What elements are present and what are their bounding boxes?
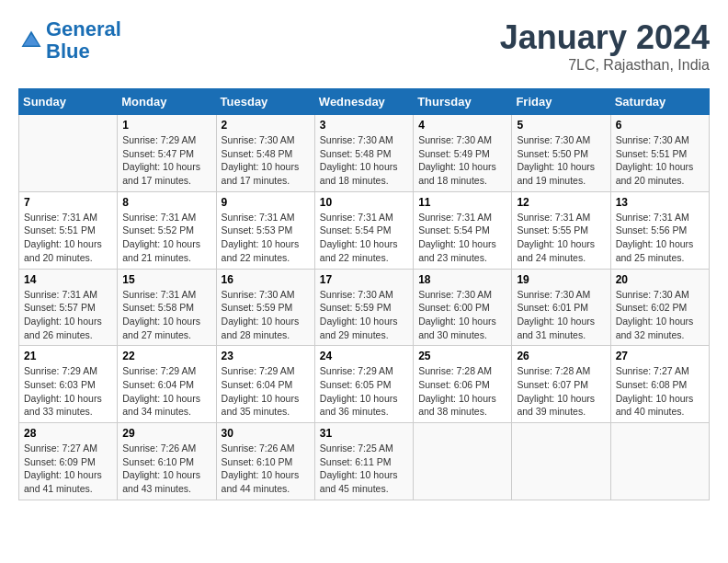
calendar-cell: 16Sunrise: 7:30 AMSunset: 5:59 PMDayligh… bbox=[216, 269, 314, 346]
calendar-cell: 13Sunrise: 7:31 AMSunset: 5:56 PMDayligh… bbox=[610, 191, 709, 269]
calendar-table: SundayMondayTuesdayWednesdayThursdayFrid… bbox=[18, 88, 710, 500]
day-info: Sunrise: 7:29 AMSunset: 6:04 PMDaylight:… bbox=[222, 364, 310, 419]
day-number: 1 bbox=[122, 119, 210, 132]
day-number: 3 bbox=[320, 119, 408, 132]
calendar-cell: 31Sunrise: 7:25 AMSunset: 6:11 PMDayligh… bbox=[314, 423, 413, 500]
calendar-cell: 11Sunrise: 7:31 AMSunset: 5:54 PMDayligh… bbox=[414, 191, 512, 269]
main-title: January 2024 bbox=[500, 18, 710, 57]
subtitle: 7LC, Rajasthan, India bbox=[500, 57, 710, 74]
day-number: 8 bbox=[122, 196, 210, 209]
calendar-cell: 19Sunrise: 7:30 AMSunset: 6:01 PMDayligh… bbox=[512, 269, 610, 346]
calendar-cell: 25Sunrise: 7:28 AMSunset: 6:06 PMDayligh… bbox=[414, 346, 512, 423]
day-number: 11 bbox=[418, 196, 506, 209]
day-number: 21 bbox=[24, 350, 112, 362]
calendar-cell: 29Sunrise: 7:26 AMSunset: 6:10 PMDayligh… bbox=[118, 423, 216, 500]
day-info: Sunrise: 7:27 AMSunset: 6:08 PMDaylight:… bbox=[616, 364, 704, 419]
day-number: 6 bbox=[616, 119, 704, 132]
calendar-week-row: 21Sunrise: 7:29 AMSunset: 6:03 PMDayligh… bbox=[19, 346, 710, 423]
calendar-cell: 21Sunrise: 7:29 AMSunset: 6:03 PMDayligh… bbox=[19, 346, 118, 423]
calendar-cell bbox=[610, 423, 709, 500]
calendar-cell bbox=[512, 423, 610, 500]
day-info: Sunrise: 7:26 AMSunset: 6:10 PMDaylight:… bbox=[122, 442, 210, 496]
day-info: Sunrise: 7:30 AMSunset: 6:01 PMDaylight:… bbox=[517, 288, 605, 342]
day-number: 23 bbox=[222, 350, 310, 362]
calendar-cell: 17Sunrise: 7:30 AMSunset: 5:59 PMDayligh… bbox=[314, 269, 413, 346]
calendar-cell: 12Sunrise: 7:31 AMSunset: 5:55 PMDayligh… bbox=[512, 191, 610, 269]
calendar-week-row: 1Sunrise: 7:29 AMSunset: 5:47 PMDaylight… bbox=[19, 115, 710, 192]
day-info: Sunrise: 7:28 AMSunset: 6:07 PMDaylight:… bbox=[517, 364, 605, 419]
day-number: 30 bbox=[222, 427, 310, 440]
calendar-cell bbox=[19, 115, 118, 192]
logo-line1: General bbox=[46, 17, 121, 40]
day-info: Sunrise: 7:29 AMSunset: 6:05 PMDaylight:… bbox=[320, 364, 408, 419]
calendar-cell: 14Sunrise: 7:31 AMSunset: 5:57 PMDayligh… bbox=[19, 269, 118, 346]
day-number: 24 bbox=[320, 350, 408, 362]
calendar-cell: 22Sunrise: 7:29 AMSunset: 6:04 PMDayligh… bbox=[118, 346, 216, 423]
calendar-cell: 5Sunrise: 7:30 AMSunset: 5:50 PMDaylight… bbox=[512, 115, 610, 192]
day-number: 17 bbox=[320, 273, 408, 286]
calendar-cell: 15Sunrise: 7:31 AMSunset: 5:58 PMDayligh… bbox=[118, 269, 216, 346]
day-info: Sunrise: 7:30 AMSunset: 5:48 PMDaylight:… bbox=[320, 133, 408, 188]
calendar-week-row: 28Sunrise: 7:27 AMSunset: 6:09 PMDayligh… bbox=[19, 423, 710, 500]
header-monday: Monday bbox=[118, 89, 216, 115]
day-info: Sunrise: 7:27 AMSunset: 6:09 PMDaylight:… bbox=[24, 442, 112, 496]
day-info: Sunrise: 7:31 AMSunset: 5:58 PMDaylight:… bbox=[122, 288, 210, 342]
day-info: Sunrise: 7:31 AMSunset: 5:57 PMDaylight:… bbox=[24, 288, 112, 342]
calendar-cell: 6Sunrise: 7:30 AMSunset: 5:51 PMDaylight… bbox=[610, 115, 709, 192]
day-number: 4 bbox=[418, 119, 506, 132]
day-info: Sunrise: 7:31 AMSunset: 5:55 PMDaylight:… bbox=[517, 211, 605, 265]
header-tuesday: Tuesday bbox=[216, 89, 314, 115]
day-number: 26 bbox=[517, 350, 605, 362]
logo-icon bbox=[18, 28, 44, 53]
day-number: 19 bbox=[517, 273, 605, 286]
day-info: Sunrise: 7:31 AMSunset: 5:54 PMDaylight:… bbox=[418, 211, 506, 265]
day-info: Sunrise: 7:30 AMSunset: 5:51 PMDaylight:… bbox=[616, 133, 704, 188]
header-friday: Friday bbox=[512, 89, 610, 115]
calendar-cell: 24Sunrise: 7:29 AMSunset: 6:05 PMDayligh… bbox=[314, 346, 413, 423]
day-info: Sunrise: 7:30 AMSunset: 5:59 PMDaylight:… bbox=[320, 288, 408, 342]
header-saturday: Saturday bbox=[610, 89, 709, 115]
day-number: 16 bbox=[222, 273, 310, 286]
calendar-cell: 10Sunrise: 7:31 AMSunset: 5:54 PMDayligh… bbox=[314, 191, 413, 269]
day-info: Sunrise: 7:29 AMSunset: 5:47 PMDaylight:… bbox=[122, 133, 210, 188]
day-info: Sunrise: 7:30 AMSunset: 6:02 PMDaylight:… bbox=[616, 288, 704, 342]
day-info: Sunrise: 7:30 AMSunset: 5:49 PMDaylight:… bbox=[418, 133, 506, 188]
logo-line2: Blue bbox=[46, 40, 90, 63]
day-number: 13 bbox=[616, 196, 704, 209]
day-number: 2 bbox=[222, 119, 310, 132]
calendar-cell: 27Sunrise: 7:27 AMSunset: 6:08 PMDayligh… bbox=[610, 346, 709, 423]
day-info: Sunrise: 7:30 AMSunset: 6:00 PMDaylight:… bbox=[418, 288, 506, 342]
day-number: 25 bbox=[418, 350, 506, 362]
calendar-cell: 28Sunrise: 7:27 AMSunset: 6:09 PMDayligh… bbox=[19, 423, 118, 500]
day-number: 18 bbox=[418, 273, 506, 286]
calendar-cell: 4Sunrise: 7:30 AMSunset: 5:49 PMDaylight… bbox=[414, 115, 512, 192]
day-number: 20 bbox=[616, 273, 704, 286]
calendar-cell: 1Sunrise: 7:29 AMSunset: 5:47 PMDaylight… bbox=[118, 115, 216, 192]
day-info: Sunrise: 7:31 AMSunset: 5:53 PMDaylight:… bbox=[222, 211, 310, 265]
day-number: 22 bbox=[122, 350, 210, 362]
day-info: Sunrise: 7:30 AMSunset: 5:48 PMDaylight:… bbox=[222, 133, 310, 188]
day-info: Sunrise: 7:29 AMSunset: 6:03 PMDaylight:… bbox=[24, 364, 112, 419]
day-info: Sunrise: 7:31 AMSunset: 5:54 PMDaylight:… bbox=[320, 211, 408, 265]
day-info: Sunrise: 7:30 AMSunset: 5:59 PMDaylight:… bbox=[222, 288, 310, 342]
day-info: Sunrise: 7:25 AMSunset: 6:11 PMDaylight:… bbox=[320, 442, 408, 496]
day-number: 28 bbox=[24, 427, 112, 440]
day-info: Sunrise: 7:26 AMSunset: 6:10 PMDaylight:… bbox=[222, 442, 310, 496]
calendar-cell bbox=[414, 423, 512, 500]
calendar-cell: 23Sunrise: 7:29 AMSunset: 6:04 PMDayligh… bbox=[216, 346, 314, 423]
calendar-cell: 20Sunrise: 7:30 AMSunset: 6:02 PMDayligh… bbox=[610, 269, 709, 346]
calendar-cell: 26Sunrise: 7:28 AMSunset: 6:07 PMDayligh… bbox=[512, 346, 610, 423]
day-info: Sunrise: 7:31 AMSunset: 5:51 PMDaylight:… bbox=[24, 211, 112, 265]
page-header: General Blue January 2024 7LC, Rajasthan… bbox=[18, 18, 710, 74]
day-number: 7 bbox=[24, 196, 112, 209]
day-number: 5 bbox=[517, 119, 605, 132]
calendar-week-row: 7Sunrise: 7:31 AMSunset: 5:51 PMDaylight… bbox=[19, 191, 710, 269]
calendar-cell: 30Sunrise: 7:26 AMSunset: 6:10 PMDayligh… bbox=[216, 423, 314, 500]
day-info: Sunrise: 7:28 AMSunset: 6:06 PMDaylight:… bbox=[418, 364, 506, 419]
calendar-cell: 18Sunrise: 7:30 AMSunset: 6:00 PMDayligh… bbox=[414, 269, 512, 346]
day-number: 12 bbox=[517, 196, 605, 209]
title-block: January 2024 7LC, Rajasthan, India bbox=[500, 18, 710, 74]
day-number: 29 bbox=[122, 427, 210, 440]
day-info: Sunrise: 7:31 AMSunset: 5:56 PMDaylight:… bbox=[616, 211, 704, 265]
header-thursday: Thursday bbox=[414, 89, 512, 115]
